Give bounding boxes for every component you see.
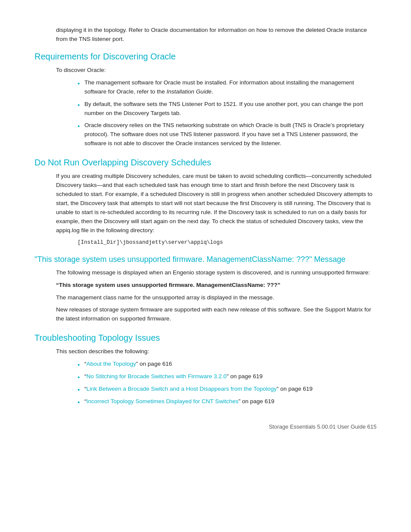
list-item: The management software for Oracle must … bbox=[78, 78, 377, 96]
italic-text: Installation Guide bbox=[167, 88, 212, 95]
heading-requirements-oracle: Requirements for Discovering Oracle bbox=[34, 52, 377, 62]
list-item-text: By default, the software sets the TNS Li… bbox=[84, 101, 363, 116]
list-item-text: “Incorrect Topology Sometimes Displayed … bbox=[84, 398, 274, 404]
link-about-topology[interactable]: About the Topology bbox=[87, 361, 136, 367]
firmware-para-2: The management class name for the unsupp… bbox=[56, 293, 377, 302]
section-troubleshooting-topology: Troubleshooting Topology Issues This sec… bbox=[34, 333, 377, 406]
firmware-bold-message: “This storage system uses unsupported fi… bbox=[56, 281, 377, 290]
link-suffix: on page 619 bbox=[279, 386, 313, 392]
topology-bullet-list: “About the Topology” on page 616 “No Sti… bbox=[78, 360, 377, 406]
page-footer: Storage Essentials 5.00.01 User Guide 61… bbox=[34, 423, 377, 430]
list-item: Oracle discovery relies on the TNS netwo… bbox=[78, 121, 377, 148]
heading-troubleshooting-topology: Troubleshooting Topology Issues bbox=[34, 333, 377, 343]
list-item: By default, the software sets the TNS Li… bbox=[78, 100, 377, 118]
footer-text: Storage Essentials 5.00.01 User Guide 61… bbox=[269, 423, 377, 430]
page-container: displaying it in the topology. Refer to … bbox=[34, 26, 377, 430]
link-link-between[interactable]: Link Between a Brocade Switch and a Host… bbox=[87, 386, 277, 392]
section-requirements-oracle: Requirements for Discovering Oracle To d… bbox=[34, 52, 377, 148]
requirements-intro-para: To discover Oracle: bbox=[56, 66, 377, 75]
list-item-text: “Link Between a Brocade Switch and a Hos… bbox=[84, 386, 313, 392]
list-item-text: “No Stitching for Brocade Switches with … bbox=[84, 373, 262, 380]
topology-intro-para: This section describes the following: bbox=[56, 347, 377, 356]
list-item: “No Stitching for Brocade Switches with … bbox=[78, 372, 377, 381]
link-suffix: on page 619 bbox=[240, 398, 274, 404]
list-item: “About the Topology” on page 616 bbox=[78, 360, 377, 369]
requirements-bullet-list: The management software for Oracle must … bbox=[78, 78, 377, 148]
list-item-text: The management software for Oracle must … bbox=[84, 79, 354, 95]
list-item-text: “About the Topology” on page 616 bbox=[84, 361, 172, 367]
heading-unsupported-firmware: "This storage system uses unsupported fi… bbox=[34, 255, 377, 264]
overlapping-para: If you are creating multiple Discovery s… bbox=[56, 172, 377, 235]
firmware-para-3: New releases of storage system firmware … bbox=[56, 305, 377, 324]
list-item-text: Oracle discovery relies on the TNS netwo… bbox=[84, 122, 364, 146]
link-suffix: on page 619 bbox=[229, 373, 263, 380]
list-item: “Link Between a Brocade Switch and a Hos… bbox=[78, 385, 377, 394]
section-unsupported-firmware: "This storage system uses unsupported fi… bbox=[34, 255, 377, 324]
link-incorrect-topology[interactable]: Incorrect Topology Sometimes Displayed f… bbox=[87, 398, 239, 404]
firmware-intro-para: The following message is displayed when … bbox=[56, 268, 377, 277]
heading-no-overlapping: Do Not Run Overlapping Discovery Schedul… bbox=[34, 158, 377, 168]
section-no-overlapping: Do Not Run Overlapping Discovery Schedul… bbox=[34, 158, 377, 245]
code-block-directory: [Install_Dir]\jbossandjetty\server\appiq… bbox=[78, 240, 355, 246]
intro-paragraph: displaying it in the topology. Refer to … bbox=[56, 26, 377, 44]
list-item: “Incorrect Topology Sometimes Displayed … bbox=[78, 397, 377, 406]
link-suffix: on page 616 bbox=[138, 361, 172, 367]
link-no-stitching[interactable]: No Stitching for Brocade Switches with F… bbox=[87, 373, 227, 380]
